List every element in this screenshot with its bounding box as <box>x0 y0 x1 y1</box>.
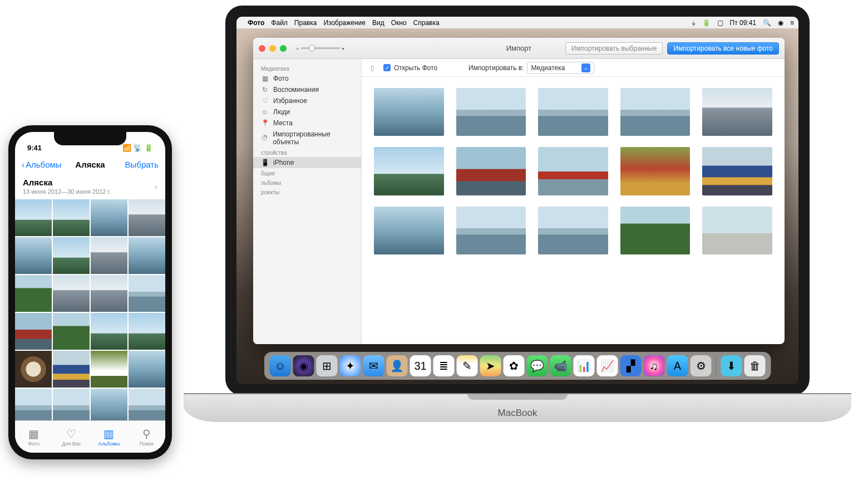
dock-mail-icon[interactable]: ✉ <box>363 355 384 376</box>
zoom-button[interactable] <box>280 45 287 52</box>
dock-siri-icon[interactable]: ◉ <box>293 355 314 376</box>
import-thumbnail[interactable] <box>538 147 608 195</box>
menubar-item[interactable]: Справка <box>413 19 440 27</box>
import-thumbnail[interactable] <box>620 88 691 136</box>
dock-pages-icon[interactable]: 📊 <box>574 355 595 376</box>
tab-Фото[interactable]: ▦Фото <box>15 421 53 453</box>
import-thumbnail[interactable] <box>702 207 772 254</box>
iphone-icon: 📱 <box>261 159 269 166</box>
sidebar-item-iphone[interactable]: 📱 iPhone <box>253 157 361 168</box>
import-thumbnail[interactable] <box>620 207 691 254</box>
dock-trash-icon[interactable]: 🗑 <box>744 355 766 376</box>
import-thumbnail[interactable] <box>456 147 526 195</box>
photo-thumbnail[interactable] <box>53 351 90 388</box>
spotlight-icon[interactable]: 🔍 <box>763 19 771 27</box>
tab-Для Вас[interactable]: ♡Для Вас <box>53 421 91 453</box>
dock-settings-icon[interactable]: ⚙ <box>691 355 712 376</box>
dock-contacts-icon[interactable]: 👤 <box>387 355 408 376</box>
dock-photos-icon[interactable]: ✿ <box>504 355 525 376</box>
tab-Альбомы[interactable]: ▥Альбомы <box>90 421 128 453</box>
sidebar-item[interactable]: ▦Фото <box>253 73 361 84</box>
battery-icon[interactable]: 🔋 <box>702 19 711 27</box>
import-thumbnail[interactable] <box>456 207 526 254</box>
menubar-item[interactable]: Файл <box>271 19 288 27</box>
dock-launchpad-icon[interactable]: ⊞ <box>317 355 338 376</box>
window-title: Импорт <box>506 44 531 52</box>
dock-calendar-icon[interactable]: 31 <box>410 355 431 376</box>
photo-thumbnail[interactable] <box>53 199 90 236</box>
back-button[interactable]: ‹ Альбомы <box>22 160 62 169</box>
menubar-clock[interactable]: Пт 09:41 <box>730 19 756 27</box>
import-all-button[interactable]: Импортировать все новые фото <box>667 42 779 55</box>
notification-center-icon[interactable]: ≡ <box>790 19 794 27</box>
photo-grid[interactable] <box>15 199 165 420</box>
dock-messages-icon[interactable]: 💬 <box>527 355 548 376</box>
photo-thumbnail[interactable] <box>53 237 90 274</box>
import-thumbnail[interactable] <box>538 207 608 254</box>
sidebar-item[interactable]: ☺Люди <box>253 106 361 117</box>
menubar-item[interactable]: Окно <box>391 19 407 27</box>
photo-thumbnail[interactable] <box>53 389 90 420</box>
dock-facetime-icon[interactable]: 📹 <box>550 355 571 376</box>
select-button[interactable]: Выбрать <box>125 160 159 169</box>
dock-downloads-icon[interactable]: ⬇ <box>721 355 742 376</box>
photo-thumbnail[interactable] <box>91 275 127 312</box>
import-destination-select[interactable]: Медиатека ⌄ <box>527 62 594 74</box>
album-header[interactable]: Аляска 13 июня 2012—30 июня 2012 г. › <box>15 175 165 199</box>
photo-thumbnail[interactable] <box>129 275 165 312</box>
close-button[interactable] <box>259 45 265 52</box>
import-thumbnail[interactable] <box>702 88 772 136</box>
photo-thumbnail[interactable] <box>15 237 52 274</box>
dock-notes-icon[interactable]: ✎ <box>457 355 478 376</box>
siri-icon[interactable]: ◉ <box>778 19 783 27</box>
photo-thumbnail[interactable] <box>91 199 127 236</box>
photo-thumbnail[interactable] <box>129 237 165 274</box>
minimize-button[interactable] <box>269 45 276 52</box>
import-thumbnail[interactable] <box>456 88 526 136</box>
import-thumbnail[interactable] <box>620 147 691 195</box>
photo-thumbnail[interactable] <box>91 313 127 350</box>
wifi-icon[interactable]: ⏚ <box>692 19 696 27</box>
photo-thumbnail[interactable] <box>129 313 165 350</box>
menubar-item[interactable]: Изображение <box>323 19 366 27</box>
sidebar-item[interactable]: ⏱Импортированные объекты <box>253 129 361 148</box>
import-thumbnail[interactable] <box>702 147 772 195</box>
photo-thumbnail[interactable] <box>53 275 90 312</box>
import-selected-button[interactable]: Импортировать выбранные <box>565 42 663 55</box>
photo-thumbnail[interactable] <box>91 351 127 388</box>
open-photos-checkbox[interactable]: ✓ <box>383 64 391 71</box>
album-title: Аляска <box>23 178 157 187</box>
photo-thumbnail[interactable] <box>15 199 52 236</box>
dock-keynote-icon[interactable]: ▞ <box>620 355 642 376</box>
photo-thumbnail[interactable] <box>15 313 52 350</box>
dock-safari-icon[interactable]: ✦ <box>340 355 361 376</box>
photo-thumbnail[interactable] <box>15 275 52 312</box>
tab-Поиск[interactable]: ⚲Поиск <box>128 421 166 453</box>
photo-thumbnail[interactable] <box>129 389 165 420</box>
dock-appstore-icon[interactable]: A <box>667 355 688 376</box>
photo-thumbnail[interactable] <box>91 389 127 420</box>
photo-thumbnail[interactable] <box>129 351 165 388</box>
import-thumbnail[interactable] <box>374 88 444 136</box>
import-thumbnail[interactable] <box>374 207 444 254</box>
photo-thumbnail[interactable] <box>15 389 52 420</box>
photo-thumbnail[interactable] <box>15 351 52 388</box>
dock-itunes-icon[interactable]: ♫ <box>644 355 665 376</box>
dock-numbers-icon[interactable]: 📈 <box>597 355 618 376</box>
dock-maps-icon[interactable]: ➤ <box>480 355 501 376</box>
sidebar-item[interactable]: ♡Избранное <box>253 95 361 106</box>
import-thumbnail[interactable] <box>538 88 608 136</box>
photo-thumbnail[interactable] <box>91 237 127 274</box>
dock-reminders-icon[interactable]: ≣ <box>433 355 455 376</box>
sidebar-item[interactable]: ↻Воспоминания <box>253 84 361 95</box>
thumbnail-zoom-slider[interactable]: ▫ ▪ <box>297 45 344 52</box>
dock-finder-icon[interactable]: ☺ <box>270 355 291 376</box>
photo-thumbnail[interactable] <box>129 199 165 236</box>
photo-thumbnail[interactable] <box>53 313 90 350</box>
import-thumbnail[interactable] <box>374 147 444 195</box>
airplay-icon[interactable]: ▢ <box>717 19 723 27</box>
menubar-app-name[interactable]: Фото <box>248 19 264 27</box>
menubar-item[interactable]: Вид <box>372 19 384 27</box>
menubar-item[interactable]: Правка <box>294 19 317 27</box>
sidebar-item[interactable]: 📍Места <box>253 117 361 129</box>
